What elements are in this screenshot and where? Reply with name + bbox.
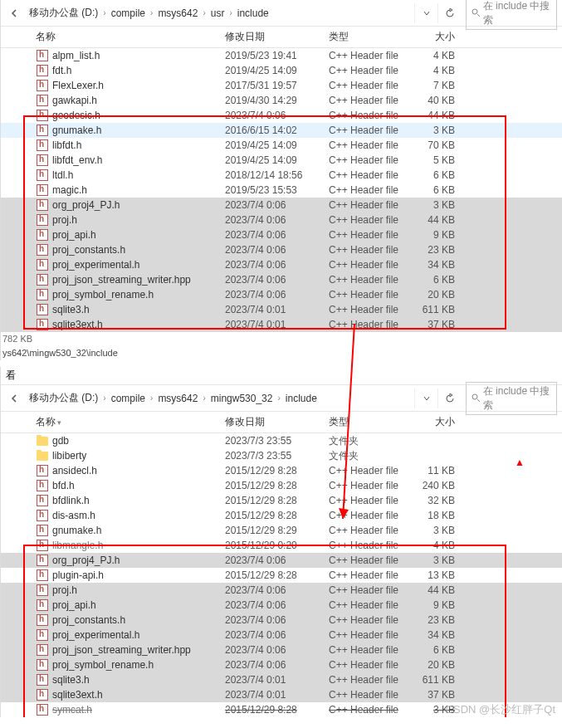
table-row[interactable]: libfdt_env.h2019/4/25 14:09C++ Header fi…	[1, 153, 562, 168]
breadcrumb-item[interactable]: 移动办公盘 (D:)	[26, 4, 101, 22]
file-size: 3 KB	[413, 199, 463, 211]
table-row[interactable]: dis-asm.h2015/12/29 8:28C++ Header file1…	[1, 508, 562, 523]
breadcrumb-item[interactable]: compile	[108, 391, 149, 406]
col-size[interactable]: 大小	[413, 415, 463, 429]
file-name: proj_json_streaming_writer.hpp	[52, 274, 225, 286]
table-row[interactable]: gdb2023/7/3 23:55文件夹	[1, 433, 562, 448]
table-row[interactable]: org_proj4_PJ.h2023/7/4 0:06C++ Header fi…	[1, 553, 562, 568]
col-type[interactable]: 类型	[329, 415, 413, 429]
file-name: proj_json_streaming_writer.hpp	[52, 644, 225, 656]
table-row[interactable]: proj.h2023/7/4 0:06C++ Header file44 KB	[1, 213, 562, 227]
refresh-button[interactable]	[437, 3, 461, 23]
search-icon	[472, 393, 480, 403]
table-row[interactable]: proj_api.h2023/7/4 0:06C++ Header file9 …	[1, 598, 562, 613]
bottom-filelist[interactable]: gdb2023/7/3 23:55文件夹libiberty2023/7/3 23…	[1, 433, 562, 717]
table-row[interactable]: alpm_list.h2019/5/23 19:41C++ Header fil…	[1, 48, 562, 63]
table-row[interactable]: gawkapi.h2019/4/30 14:29C++ Header file4…	[1, 93, 562, 108]
bottom-columns[interactable]: 名称▾ 修改日期 类型 大小	[1, 412, 562, 433]
table-row[interactable]: FlexLexer.h2017/5/31 19:57C++ Header fil…	[1, 78, 562, 93]
dropdown-button[interactable]	[414, 388, 437, 408]
table-row[interactable]: fdt.h2019/4/25 14:09C++ Header file4 KB	[1, 63, 562, 78]
file-date: 2023/7/4 0:01	[225, 689, 329, 701]
breadcrumb-item[interactable]: msys642	[154, 391, 201, 406]
file-name: proj.h	[52, 214, 225, 226]
breadcrumb-item[interactable]: include	[234, 6, 272, 21]
col-size[interactable]: 大小	[413, 30, 463, 44]
table-row[interactable]: libmangle.h2015/12/29 0:20C++ Header fil…	[1, 538, 562, 553]
table-row[interactable]: libfdt.h2019/4/25 14:09C++ Header file70…	[1, 138, 562, 153]
col-type[interactable]: 类型	[329, 30, 413, 44]
breadcrumb-item[interactable]: usr	[208, 6, 228, 21]
header-file-icon	[36, 198, 49, 212]
table-row[interactable]: proj_symbol_rename.h2023/7/4 0:06C++ Hea…	[1, 657, 562, 672]
bottom-explorer: 看 移动办公盘 (D:)›compile›msys642›mingw530_32…	[0, 367, 562, 717]
dropdown-button[interactable]	[414, 3, 437, 23]
top-status: 782 KB	[1, 332, 562, 345]
table-row[interactable]: org_proj4_PJ.h2023/7/4 0:06C++ Header fi…	[1, 198, 562, 213]
file-date: 2015/12/29 8:28	[225, 569, 329, 581]
file-type: C++ Header file	[329, 259, 413, 271]
bottom-breadcrumb[interactable]: 移动办公盘 (D:)›compile›msys642›mingw530_32›i…	[22, 389, 414, 407]
file-name: proj_constants.h	[52, 244, 225, 256]
breadcrumb-item[interactable]: compile	[108, 6, 149, 21]
table-row[interactable]: ansidecl.h2015/12/29 8:28C++ Header file…	[1, 463, 562, 478]
header-file-icon	[36, 494, 49, 507]
table-row[interactable]: proj_experimental.h2023/7/4 0:06C++ Head…	[1, 628, 562, 642]
back-button[interactable]	[6, 5, 22, 22]
file-date: 2017/5/31 19:57	[225, 80, 329, 91]
file-type: C++ Header file	[329, 139, 413, 151]
breadcrumb-item[interactable]: 移动办公盘 (D:)	[26, 389, 101, 407]
table-row[interactable]: bfd.h2015/12/29 8:28C++ Header file240 K…	[1, 478, 562, 493]
table-row[interactable]: magic.h2019/5/23 15:53C++ Header file6 K…	[1, 183, 562, 198]
header-file-icon	[36, 109, 49, 122]
table-row[interactable]: ltdl.h2018/12/14 18:56C++ Header file6 K…	[1, 168, 562, 183]
file-name: magic.h	[52, 184, 225, 196]
table-row[interactable]: libiberty2023/7/3 23:55文件夹	[1, 448, 562, 463]
refresh-button[interactable]	[437, 388, 461, 408]
file-size: 18 KB	[413, 510, 463, 521]
breadcrumb-item[interactable]: include	[282, 391, 320, 406]
table-row[interactable]: proj_experimental.h2023/7/4 0:06C++ Head…	[1, 257, 562, 272]
bottom-search[interactable]: 在 include 中搜索	[466, 382, 557, 415]
file-date: 2019/5/23 15:53	[225, 184, 329, 196]
file-type: C++ Header file	[329, 674, 413, 686]
table-row[interactable]: proj_json_streaming_writer.hpp2023/7/4 0…	[1, 642, 562, 657]
file-name: gdb	[52, 435, 225, 447]
top-filelist[interactable]: alpm_list.h2019/5/23 19:41C++ Header fil…	[1, 48, 562, 332]
col-date[interactable]: 修改日期	[225, 415, 329, 429]
table-row[interactable]: plugin-api.h2015/12/29 8:28C++ Header fi…	[1, 568, 562, 583]
top-breadcrumb[interactable]: 移动办公盘 (D:)›compile›msys642›usr›include	[22, 4, 414, 22]
table-row[interactable]: proj_api.h2023/7/4 0:06C++ Header file9 …	[1, 227, 562, 242]
table-row[interactable]: sqlite3.h2023/7/4 0:01C++ Header file611…	[1, 302, 562, 317]
table-row[interactable]: sqlite3.h2023/7/4 0:01C++ Header file611…	[1, 672, 562, 687]
file-size: 20 KB	[413, 659, 463, 671]
table-row[interactable]: bfdlink.h2015/12/29 8:28C++ Header file3…	[1, 493, 562, 508]
top-columns[interactable]: 名称 修改日期 类型 大小	[1, 27, 562, 48]
table-row[interactable]: proj.h2023/7/4 0:06C++ Header file44 KB	[1, 583, 562, 598]
table-row[interactable]: gnumake.h2015/12/29 8:29C++ Header file3…	[1, 523, 562, 538]
back-button[interactable]	[6, 390, 22, 407]
folder-icon	[36, 434, 49, 447]
file-type: C++ Header file	[329, 125, 413, 136]
table-row[interactable]: geodesic.h2023/7/4 0:06C++ Header file44…	[1, 108, 562, 123]
breadcrumb-item[interactable]: mingw530_32	[208, 391, 276, 406]
file-type: C++ Header file	[329, 569, 413, 581]
header-file-icon	[36, 79, 49, 92]
table-row[interactable]: proj_constants.h2023/7/4 0:06C++ Header …	[1, 613, 562, 628]
header-file-icon	[36, 688, 49, 701]
table-row[interactable]: sqlite3ext.h2023/7/4 0:01C++ Header file…	[1, 687, 562, 702]
file-type: C++ Header file	[329, 154, 413, 166]
col-date[interactable]: 修改日期	[225, 30, 329, 44]
top-search[interactable]: 在 include 中搜索	[466, 0, 557, 30]
table-row[interactable]: sqlite3ext.h2023/7/4 0:01C++ Header file…	[1, 317, 562, 332]
breadcrumb-item[interactable]: msys642	[154, 6, 201, 21]
table-row[interactable]: proj_constants.h2023/7/4 0:06C++ Header …	[1, 242, 562, 257]
table-row[interactable]: gnumake.h2016/6/15 14:02C++ Header file3…	[1, 123, 562, 138]
table-row[interactable]: proj_json_streaming_writer.hpp2023/7/4 0…	[1, 272, 562, 287]
file-type: C++ Header file	[329, 229, 413, 241]
file-name: proj_api.h	[52, 599, 225, 611]
breadcrumb-sep: ›	[101, 393, 107, 403]
table-row[interactable]: proj_symbol_rename.h2023/7/4 0:06C++ Hea…	[1, 287, 562, 302]
col-name[interactable]: 名称	[36, 30, 225, 44]
col-name[interactable]: 名称▾	[36, 415, 225, 429]
